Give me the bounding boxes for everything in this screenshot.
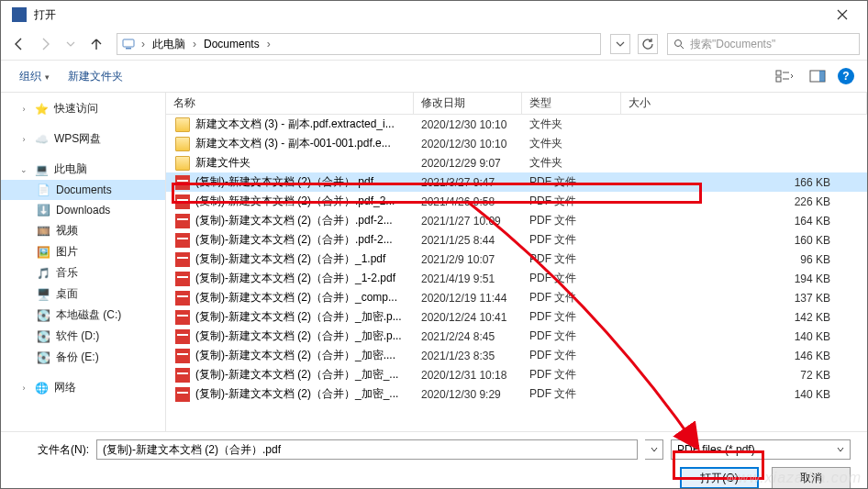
file-type: PDF 文件 bbox=[522, 367, 621, 383]
breadcrumb[interactable]: › 此电脑 › Documents › bbox=[117, 33, 601, 55]
file-row[interactable]: (复制)-新建文本文档 (2)（合并）.pdf-2...2021/1/25 8:… bbox=[166, 230, 867, 250]
file-date: 2020/12/30 10:10 bbox=[414, 118, 522, 131]
svg-rect-6 bbox=[819, 71, 825, 82]
file-type-filter[interactable]: PDF files (*.pdf) bbox=[671, 439, 851, 460]
file-date: 2021/2/24 8:45 bbox=[414, 330, 522, 343]
file-row[interactable]: (复制)-新建文本文档 (2)（合并）_1.pdf2021/2/9 10:07P… bbox=[166, 250, 867, 269]
file-row[interactable]: (复制)-新建文本文档 (2)（合并）_加密_...2020/12/30 9:2… bbox=[166, 384, 867, 404]
close-button[interactable] bbox=[821, 1, 863, 28]
desktop-icon: 🖥️ bbox=[36, 287, 50, 302]
sidebar-this-pc[interactable]: ⌄💻此电脑 bbox=[1, 159, 165, 180]
file-row[interactable]: 新建文本文档 (3) - 副本.pdf.extracted_i...2020/1… bbox=[166, 115, 867, 134]
file-row[interactable]: (复制)-新建文本文档 (2)（合并）_comp...2020/12/19 11… bbox=[166, 288, 867, 307]
file-date: 2021/4/26 9:58 bbox=[414, 195, 522, 208]
col-type[interactable]: 类型 bbox=[522, 93, 621, 114]
chevron-right-icon: › bbox=[263, 38, 274, 50]
sidebar-pictures[interactable]: 🖼️图片 bbox=[1, 241, 165, 262]
file-type: PDF 文件 bbox=[522, 309, 621, 325]
svg-rect-0 bbox=[123, 39, 134, 47]
file-name: (复制)-新建文本文档 (2)（合并）_1-2.pdf bbox=[195, 271, 414, 286]
back-button[interactable] bbox=[8, 33, 30, 55]
col-date[interactable]: 修改日期 bbox=[414, 93, 522, 114]
file-row[interactable]: (复制)-新建文本文档 (2)（合并）.pdf_2...2021/4/26 9:… bbox=[166, 192, 867, 211]
file-name: 新建文件夹 bbox=[195, 155, 414, 171]
forward-button[interactable] bbox=[34, 33, 56, 55]
sidebar-documents[interactable]: 📄Documents bbox=[1, 180, 165, 200]
videos-icon: 🎞️ bbox=[36, 224, 50, 239]
music-icon: 🎵 bbox=[36, 266, 50, 281]
help-button[interactable]: ? bbox=[838, 68, 854, 84]
recent-dropdown[interactable] bbox=[60, 33, 82, 55]
file-size: 140 KB bbox=[621, 388, 867, 401]
file-row[interactable]: (复制)-新建文本文档 (2)（合并）_加密....2021/1/23 8:35… bbox=[166, 346, 867, 365]
pdf-icon bbox=[175, 387, 190, 402]
sidebar-videos[interactable]: 🎞️视频 bbox=[1, 220, 165, 241]
pc-icon bbox=[121, 37, 136, 51]
file-size: 137 KB bbox=[621, 292, 867, 305]
preview-pane-button[interactable] bbox=[805, 66, 830, 86]
chevron-right-icon: › bbox=[138, 38, 149, 50]
file-type: PDF 文件 bbox=[522, 386, 621, 402]
chevron-right-icon: › bbox=[189, 38, 200, 50]
breadcrumb-dropdown[interactable] bbox=[610, 34, 630, 54]
svg-rect-1 bbox=[126, 48, 131, 50]
file-row[interactable]: (复制)-新建文本文档 (2)（合并）_1-2.pdf2021/4/19 9:5… bbox=[166, 269, 867, 288]
folder-icon bbox=[175, 156, 190, 171]
file-size: 166 KB bbox=[621, 176, 867, 189]
file-date: 2020/12/31 10:18 bbox=[414, 369, 522, 382]
file-size: 140 KB bbox=[621, 330, 867, 343]
filename-input[interactable] bbox=[96, 439, 638, 460]
up-button[interactable] bbox=[85, 33, 107, 55]
file-row[interactable]: (复制)-新建文本文档 (2)（合并）_加密.p...2021/2/24 8:4… bbox=[166, 327, 867, 346]
sidebar-downloads[interactable]: ⬇️Downloads bbox=[1, 200, 165, 220]
filename-dropdown[interactable] bbox=[645, 439, 663, 460]
col-size[interactable]: 大小 bbox=[621, 93, 867, 114]
sidebar-music[interactable]: 🎵音乐 bbox=[1, 262, 165, 283]
downloads-icon: ⬇️ bbox=[36, 203, 50, 217]
pdf-icon bbox=[175, 349, 190, 363]
file-name: (复制)-新建文本文档 (2)（合并）_加密.p... bbox=[195, 328, 414, 344]
sidebar-network[interactable]: ›🌐网络 bbox=[1, 377, 165, 398]
pictures-icon: 🖼️ bbox=[36, 245, 50, 260]
file-type: PDF 文件 bbox=[522, 328, 621, 344]
view-options-button[interactable] bbox=[772, 66, 797, 86]
file-name: (复制)-新建文本文档 (2)（合并）_加密.p... bbox=[195, 309, 414, 325]
search-input[interactable]: 搜索"Documents" bbox=[667, 33, 860, 55]
pdf-icon bbox=[175, 214, 190, 228]
file-row[interactable]: 新建文件夹2020/12/29 9:07文件夹 bbox=[166, 153, 867, 172]
sidebar-desktop[interactable]: 🖥️桌面 bbox=[1, 283, 165, 305]
sidebar-disk-c[interactable]: 💽本地磁盘 (C:) bbox=[1, 305, 165, 326]
file-row[interactable]: (复制)-新建文本文档 (2)（合并）.pdf2021/3/27 9:47PDF… bbox=[166, 172, 867, 192]
file-name: (复制)-新建文本文档 (2)（合并）.pdf-2... bbox=[195, 213, 414, 228]
file-date: 2020/12/30 10:10 bbox=[414, 138, 522, 150]
file-row[interactable]: (复制)-新建文本文档 (2)（合并）_加密_...2020/12/31 10:… bbox=[166, 365, 867, 384]
crumb-folder[interactable]: Documents bbox=[202, 38, 262, 50]
file-date: 2020/12/19 11:44 bbox=[414, 292, 522, 305]
file-date: 2021/2/9 10:07 bbox=[414, 253, 522, 266]
file-row[interactable]: (复制)-新建文本文档 (2)（合并）.pdf-2...2021/1/27 10… bbox=[166, 211, 867, 230]
column-headers[interactable]: 名称 修改日期 类型 大小 bbox=[166, 93, 867, 115]
organize-menu[interactable]: 组织 bbox=[14, 65, 55, 88]
file-date: 2021/1/25 8:44 bbox=[414, 234, 522, 247]
sidebar-quick-access[interactable]: ›⭐快速访问 bbox=[1, 98, 165, 119]
file-date: 2021/4/19 9:51 bbox=[414, 272, 522, 285]
toolbar: 组织 新建文件夹 ? bbox=[1, 60, 867, 93]
folder-icon bbox=[175, 117, 190, 132]
svg-point-2 bbox=[675, 40, 682, 47]
file-list: 名称 修改日期 类型 大小 新建文本文档 (3) - 副本.pdf.extrac… bbox=[166, 93, 867, 431]
network-icon: 🌐 bbox=[34, 381, 49, 395]
file-row[interactable]: (复制)-新建文本文档 (2)（合并）_加密.p...2020/12/24 10… bbox=[166, 307, 867, 327]
pdf-icon bbox=[175, 329, 190, 344]
window-title: 打开 bbox=[34, 7, 821, 23]
file-row[interactable]: 新建文本文档 (3) - 副本-001-001.pdf.e...2020/12/… bbox=[166, 134, 867, 153]
col-name[interactable]: 名称 bbox=[166, 93, 414, 114]
sidebar-wps[interactable]: ›☁️WPS网盘 bbox=[1, 128, 165, 150]
sidebar-disk-d[interactable]: 💽软件 (D:) bbox=[1, 326, 165, 347]
crumb-root[interactable]: 此电脑 bbox=[150, 37, 187, 52]
file-name: (复制)-新建文本文档 (2)（合并）.pdf-2... bbox=[195, 232, 414, 248]
file-type: 文件夹 bbox=[522, 155, 621, 171]
sidebar-disk-e[interactable]: 💽备份 (E:) bbox=[1, 347, 165, 368]
file-name: (复制)-新建文本文档 (2)（合并）_comp... bbox=[195, 290, 414, 306]
new-folder-button[interactable]: 新建文件夹 bbox=[62, 65, 128, 88]
refresh-button[interactable] bbox=[638, 34, 658, 54]
